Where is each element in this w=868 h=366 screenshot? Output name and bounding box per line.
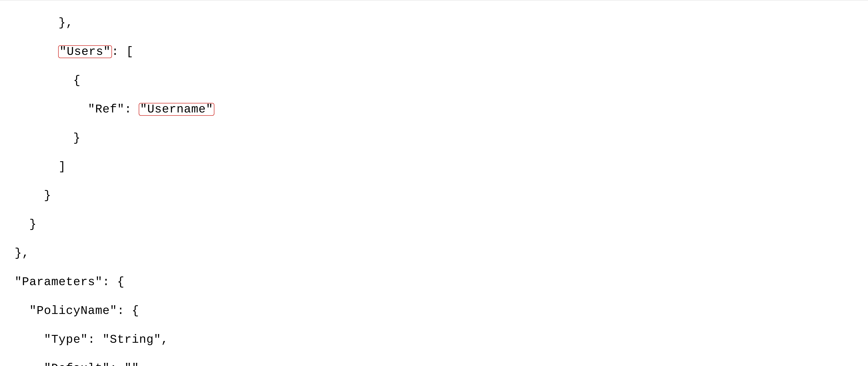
code-text: : [ bbox=[112, 45, 134, 58]
highlight-username-ref: "Username" bbox=[139, 103, 214, 116]
code-block: }, "Users": [ { "Ref": "Username" } ] } … bbox=[0, 1, 868, 366]
code-text: ] bbox=[0, 160, 66, 173]
code-text: } bbox=[0, 218, 37, 231]
highlight-users-key: "Users" bbox=[58, 45, 112, 58]
code-text: { bbox=[0, 74, 81, 87]
code-text bbox=[0, 45, 59, 58]
code-text: "Default": "", bbox=[0, 362, 146, 366]
code-text: }, bbox=[0, 16, 73, 30]
code-text: "PolicyName": { bbox=[0, 304, 139, 318]
code-text: "Parameters": { bbox=[0, 275, 124, 289]
code-text: "Ref": bbox=[0, 103, 139, 116]
code-text: "Type": "String", bbox=[0, 333, 168, 346]
code-text: } bbox=[0, 189, 51, 202]
code-text: }, bbox=[0, 246, 29, 260]
code-text: } bbox=[0, 131, 81, 145]
